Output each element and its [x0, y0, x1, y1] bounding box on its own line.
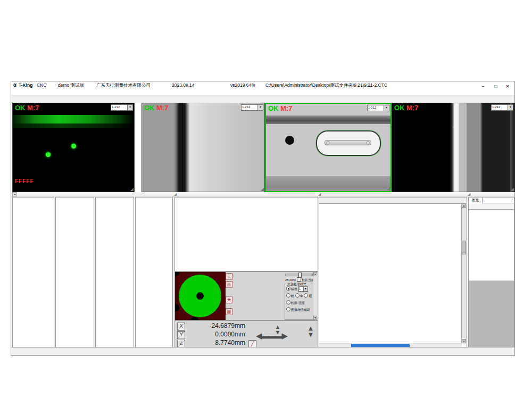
coordinate-readout: X -24.6879mm Y 0.0000mm Z 8.7740mm ╱ ◀▬▬… — [174, 320, 318, 348]
camera1-ok-status: OK — [15, 104, 26, 112]
camera-view-1[interactable]: OK M:7 1-212 ▾ FFFFF ◢ — [12, 103, 135, 192]
camera-area: OK M:7 1-212 ▾ FFFFF ◢ OK M:7 1-212 ▾ ◢ … — [11, 103, 514, 192]
standard-radio[interactable] — [286, 286, 290, 291]
resize-grip-icon[interactable]: ◢ — [261, 187, 264, 192]
open-file-path: C:\Users\Administrator\Desktop\测试文件夹\9.2… — [265, 83, 387, 89]
pin-end-graphic — [326, 141, 330, 145]
camera4-selector-dropdown[interactable]: 1-212 ▾ — [491, 104, 513, 111]
scroll-left-button[interactable]: ◂ — [12, 192, 17, 196]
master-intensity-value: 25.00% — [285, 278, 296, 282]
minimize-button[interactable]: – — [477, 83, 489, 90]
light-mode-groupbox: 光源处理模式 标准 ▾1 粗 中 细 轮廓-强度 — [285, 284, 315, 320]
camera2-mode-label: M:7 — [156, 104, 168, 112]
part-slot-graphic — [316, 130, 381, 156]
status-bar — [11, 347, 514, 355]
default-mode-checkbox[interactable] — [297, 277, 301, 282]
resize-grip-icon[interactable]: ◢ — [318, 192, 321, 196]
laser-band-graphic — [13, 115, 134, 123]
maximize-button[interactable]: □ — [490, 83, 502, 90]
main-area: ◂ ◢ ◢ ◢ ○ ◎ ✚ ▦ — [11, 192, 514, 349]
fine-radio[interactable] — [304, 293, 308, 298]
level-dropdown[interactable]: ▾1 — [298, 286, 308, 292]
toolbar — [11, 95, 514, 103]
coax-light-mode-icon[interactable]: ◎ — [226, 281, 232, 288]
grid-light-mode-icon[interactable]: ▦ — [226, 308, 232, 315]
options-scrollbar[interactable]: ▲ ▼ — [313, 272, 318, 320]
camera4-ok-status: OK — [394, 104, 405, 112]
scroll-down-button[interactable]: ▼ — [462, 339, 466, 343]
feature-list-1 — [12, 197, 54, 348]
chevron-down-icon: ▾ — [257, 105, 263, 110]
x-axis-icon: X — [177, 323, 185, 331]
feature-list-3 — [95, 197, 134, 348]
camera-view-3-selected[interactable]: OK M:7 1-212 ▾ ◢ — [265, 103, 392, 192]
standard-label: 标准 — [291, 287, 297, 291]
cross-light-mode-icon[interactable]: ✚ — [226, 297, 232, 303]
camera1-mode-label: M:7 — [27, 104, 39, 112]
corner-lamp-dot — [175, 304, 179, 311]
scroll-down-button[interactable]: ▼ — [313, 316, 317, 320]
camera2-selector-dropdown[interactable]: 1-212 ▾ — [241, 104, 263, 111]
ring-light-mode-icon[interactable]: ○ — [226, 273, 232, 280]
tab-element[interactable]: 图元 — [469, 197, 483, 204]
part-edge-graphic — [266, 116, 390, 124]
corner-lamp-dot — [175, 272, 179, 276]
resize-grip-icon[interactable]: ◢ — [468, 192, 470, 196]
master-intensity-slider[interactable] — [285, 274, 313, 276]
part-lower-edge-graphic — [266, 176, 390, 192]
medium-radio[interactable] — [295, 293, 300, 298]
close-button[interactable]: ✕ — [502, 83, 513, 90]
ring-light-preview[interactable] — [175, 272, 226, 320]
measure-toolbox — [174, 197, 318, 271]
feature-list-4 — [135, 197, 173, 348]
z-axis-value: 8.7740mm — [187, 339, 245, 347]
jog-xy-horizontal-control[interactable]: ◀▬▬▬▶ — [256, 332, 287, 340]
tools-column: ○ ◎ ✚ ▦ 25.00% 默认当前模式 光源处理模式 标准 ▾1 — [174, 197, 318, 348]
enhance-radio[interactable] — [286, 307, 290, 311]
camera-view-4[interactable]: OK M:7 1-212 ▾ ◢ — [392, 103, 515, 192]
part-hole-graphic — [285, 136, 294, 145]
element-panel-empty-area — [469, 281, 514, 348]
scroll-up-button[interactable]: ▲ — [462, 203, 466, 208]
light-control-panel: ○ ◎ ✚ ▦ 25.00% 默认当前模式 光源处理模式 标准 ▾1 — [174, 271, 318, 320]
camera3-mode-label: M:7 — [280, 104, 292, 112]
jog-xy-vertical-control[interactable]: ▲▼ — [274, 324, 281, 335]
jog-z-control[interactable]: ▲▼ — [307, 325, 314, 338]
company-name: 广东天行测量技术有限公司 — [96, 83, 151, 89]
scrollbar-thumb[interactable] — [462, 241, 466, 254]
feature-list-2 — [55, 197, 94, 348]
resize-grip-icon[interactable]: ◢ — [174, 192, 177, 196]
chevron-down-icon: ▾ — [384, 105, 389, 111]
coarse-radio[interactable] — [286, 293, 290, 298]
level-value: 1 — [299, 287, 301, 290]
contour-label: 轮廓-强度 — [291, 301, 305, 304]
laser-glow-graphic — [13, 123, 134, 128]
y-axis-value: 0.0000mm — [187, 331, 245, 338]
results-vertical-scrollbar[interactable]: ▲ ▼ — [461, 203, 467, 343]
edge-line-graphic — [182, 103, 183, 192]
panel-header-strip: ◂ ◢ ◢ ◢ — [11, 192, 514, 197]
resize-grip-icon[interactable]: ◢ — [511, 187, 514, 192]
y-axis-icon: Y — [177, 331, 185, 339]
camera1-selector-dropdown[interactable]: 1-212 ▾ — [111, 104, 133, 111]
contour-radio[interactable] — [286, 300, 290, 304]
brand-name: T-King — [19, 83, 32, 88]
menu-bar — [11, 89, 514, 95]
x-axis-value: -24.6879mm — [187, 322, 245, 330]
camera3-ok-status: OK — [268, 104, 279, 112]
fine-label: 细 — [309, 294, 312, 298]
app-name: CNC — [37, 83, 46, 88]
resize-grip-icon[interactable]: ◢ — [130, 187, 134, 192]
camera1-flag-text: FFFFF — [15, 178, 34, 184]
camera3-selector-dropdown[interactable]: 1-212 ▾ — [367, 105, 389, 111]
camera-view-2[interactable]: OK M:7 1-212 ▾ ◢ — [142, 103, 265, 192]
app-logo-icon: α — [13, 82, 16, 88]
element-table-rows — [469, 209, 514, 281]
jog-controls: ◀▬▬▬▶ ▲▼ ▲▼ — [256, 324, 318, 348]
title-bar: α T-King CNC demo 测试版 广东天行测量技术有限公司 2023.… — [11, 81, 514, 89]
resize-grip-icon[interactable]: ◢ — [387, 187, 390, 191]
scroll-up-button[interactable]: ▲ — [313, 272, 317, 276]
chevron-down-icon: ▾ — [508, 105, 513, 110]
app-window: α T-King CNC demo 测试版 广东天行测量技术有限公司 2023.… — [11, 81, 515, 356]
results-panel: ▲ ▼ — [319, 197, 467, 348]
